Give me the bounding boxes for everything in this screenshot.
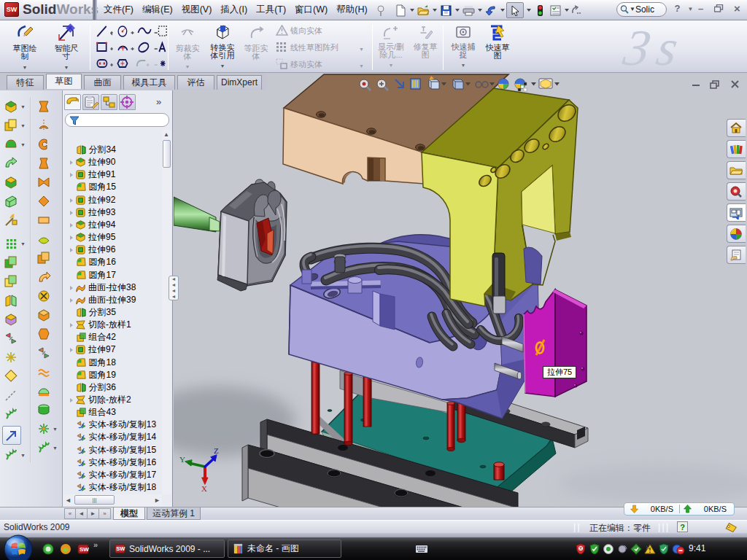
svg-text:SW: SW bbox=[80, 546, 89, 553]
svg-text:SW: SW bbox=[116, 545, 125, 552]
svg-text:Y: Y bbox=[179, 455, 185, 464]
svg-text:Z: Z bbox=[214, 446, 219, 455]
svg-text:X: X bbox=[201, 484, 207, 493]
